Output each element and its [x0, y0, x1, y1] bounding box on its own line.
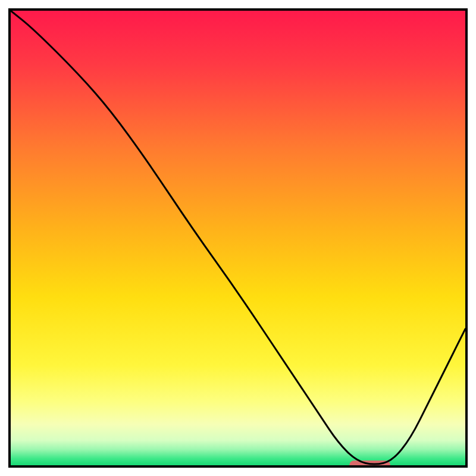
bottleneck-chart [11, 11, 465, 465]
gradient-background [11, 11, 465, 465]
chart-frame: TheBottleneck.com [8, 8, 468, 468]
